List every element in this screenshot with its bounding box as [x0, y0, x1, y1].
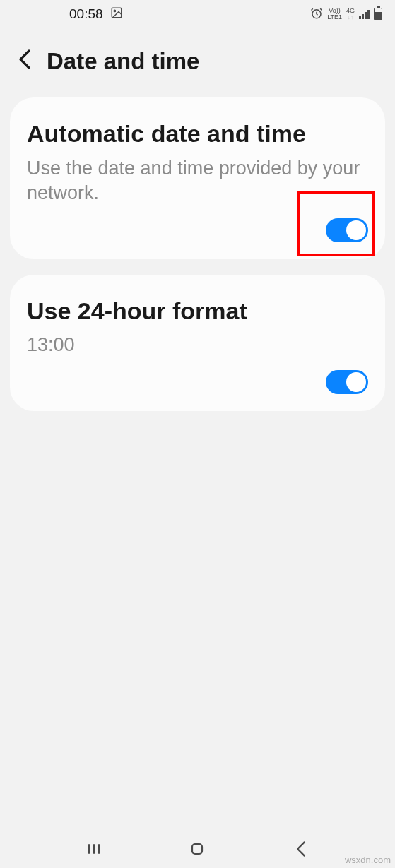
svg-point-1 — [114, 10, 115, 11]
nav-back-button[interactable] — [290, 838, 312, 860]
highlight-annotation — [297, 191, 375, 256]
signal-icon — [359, 9, 370, 19]
svg-rect-6 — [192, 844, 202, 854]
status-left: 00:58 — [69, 6, 123, 23]
header: Date and time — [0, 28, 395, 97]
image-icon — [110, 6, 123, 23]
status-right: Vo)) LTE1 4G ↓↑ — [310, 7, 382, 22]
hour-format-subtitle: 13:00 — [27, 333, 368, 357]
status-time: 00:58 — [69, 6, 103, 22]
network-indicator: 4G ↓↑ — [346, 8, 355, 20]
back-button[interactable] — [16, 49, 34, 75]
watermark: wsxdn.com — [345, 855, 391, 865]
navigation-bar — [0, 830, 395, 868]
hour-format-title: Use 24-hour format — [27, 296, 368, 326]
auto-date-title: Automatic date and time — [27, 119, 368, 149]
battery-icon — [374, 8, 382, 20]
page-title: Date and time — [47, 48, 199, 75]
hour-format-toggle[interactable] — [326, 370, 368, 394]
recents-button[interactable] — [83, 838, 105, 860]
volte-indicator: Vo)) LTE1 — [327, 8, 342, 20]
status-bar: 00:58 Vo)) LTE1 4G ↓↑ — [0, 0, 395, 28]
home-button[interactable] — [186, 838, 208, 860]
alarm-icon — [310, 7, 323, 22]
hour-format-card: Use 24-hour format 13:00 — [10, 275, 385, 412]
auto-date-card: Automatic date and time Use the date and… — [10, 97, 385, 259]
